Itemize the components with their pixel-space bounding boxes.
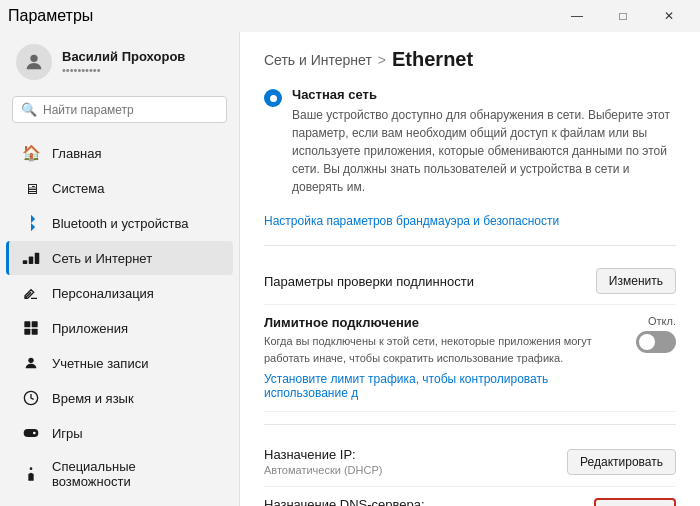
breadcrumb-separator: > bbox=[378, 52, 386, 68]
user-sub: •••••••••• bbox=[62, 64, 185, 76]
sidebar-item-label: Сеть и Интернет bbox=[52, 251, 152, 266]
svg-rect-2 bbox=[29, 257, 34, 265]
sidebar-item-system[interactable]: 🖥 Система bbox=[6, 171, 233, 205]
maximize-button[interactable]: □ bbox=[600, 0, 646, 32]
sidebar-item-network[interactable]: Сеть и Интернет bbox=[6, 241, 233, 275]
sidebar-item-label: Специальные возможности bbox=[52, 459, 217, 489]
sidebar-item-label: Система bbox=[52, 181, 104, 196]
limited-connection-content: Лимитное подключение Когда вы подключены… bbox=[264, 315, 636, 401]
firewall-link[interactable]: Настройка параметров брандмауэра и безоп… bbox=[264, 214, 559, 228]
app-body: Василий Прохоров •••••••••• 🔍 🏠 Главная … bbox=[0, 32, 700, 506]
sidebar-item-label: Приложения bbox=[52, 321, 128, 336]
radio-inner bbox=[270, 95, 277, 102]
main-content: Сеть и Интернет > Ethernet Частная сеть … bbox=[240, 32, 700, 506]
breadcrumb-parent: Сеть и Интернет bbox=[264, 52, 372, 68]
system-icon: 🖥 bbox=[22, 179, 40, 197]
sidebar-item-games[interactable]: Игры bbox=[6, 416, 233, 450]
private-network-radio[interactable] bbox=[264, 89, 282, 107]
svg-rect-6 bbox=[24, 329, 30, 335]
svg-rect-5 bbox=[32, 321, 38, 327]
breadcrumb-current: Ethernet bbox=[392, 48, 473, 71]
svg-rect-7 bbox=[32, 329, 38, 335]
title-bar-title: Параметры bbox=[8, 7, 93, 25]
private-network-content: Частная сеть Ваше устройство доступно дл… bbox=[292, 87, 676, 196]
auth-label: Параметры проверки подлинности bbox=[264, 274, 474, 289]
toggle-right: Откл. bbox=[636, 315, 676, 353]
dns-change-button[interactable]: Изменить bbox=[594, 498, 676, 507]
auth-setting-label: Параметры проверки подлинности bbox=[264, 274, 474, 289]
personalization-icon bbox=[22, 284, 40, 302]
svg-rect-4 bbox=[24, 321, 30, 327]
sidebar-item-home[interactable]: 🏠 Главная bbox=[6, 136, 233, 170]
limited-connection-description: Когда вы подключены к этой сети, некотор… bbox=[264, 333, 616, 366]
search-input[interactable] bbox=[43, 103, 218, 117]
auth-change-button[interactable]: Изменить bbox=[596, 268, 676, 294]
limited-connection-title: Лимитное подключение bbox=[264, 315, 616, 330]
minimize-button[interactable]: — bbox=[554, 0, 600, 32]
sidebar: Василий Прохоров •••••••••• 🔍 🏠 Главная … bbox=[0, 32, 240, 506]
ip-label: Назначение IP: bbox=[264, 447, 382, 462]
bluetooth-icon bbox=[22, 214, 40, 232]
sidebar-item-time[interactable]: Время и язык bbox=[6, 381, 233, 415]
sidebar-item-apps[interactable]: Приложения bbox=[6, 311, 233, 345]
dns-label: Назначение DNS-сервера: bbox=[264, 497, 425, 506]
avatar bbox=[16, 44, 52, 80]
ip-setting-row: Назначение IP: Автоматически (DHCP) Реда… bbox=[264, 437, 676, 487]
title-bar: Параметры — □ ✕ bbox=[0, 0, 700, 32]
ip-label-block: Назначение IP: Автоматически (DHCP) bbox=[264, 447, 382, 476]
close-button[interactable]: ✕ bbox=[646, 0, 692, 32]
apps-icon bbox=[22, 319, 40, 337]
divider-1 bbox=[264, 245, 676, 246]
dns-label-block: Назначение DNS-сервера: Автоматически (D… bbox=[264, 497, 425, 506]
sidebar-item-label: Персонализация bbox=[52, 286, 154, 301]
search-icon: 🔍 bbox=[21, 102, 37, 117]
sidebar-item-label: Учетные записи bbox=[52, 356, 148, 371]
nav-list: 🏠 Главная 🖥 Система Bluetooth и устройст… bbox=[0, 131, 239, 506]
private-network-row: Частная сеть Ваше устройство доступно дл… bbox=[264, 87, 676, 196]
svg-rect-10 bbox=[24, 429, 39, 437]
title-bar-controls: — □ ✕ bbox=[554, 0, 692, 32]
title-bar-left: Параметры bbox=[8, 7, 93, 25]
limited-connection-toggle[interactable] bbox=[636, 331, 676, 353]
private-network-title: Частная сеть bbox=[292, 87, 676, 102]
svg-rect-3 bbox=[35, 253, 40, 264]
svg-point-0 bbox=[30, 55, 37, 62]
accounts-icon bbox=[22, 354, 40, 372]
sidebar-item-label: Главная bbox=[52, 146, 101, 161]
toggle-knob bbox=[639, 334, 655, 350]
sidebar-item-accessibility[interactable]: Специальные возможности bbox=[6, 451, 233, 497]
private-network-description: Ваше устройство доступно для обнаружения… bbox=[292, 106, 676, 196]
private-network-section: Частная сеть Ваше устройство доступно дл… bbox=[264, 87, 676, 229]
sidebar-item-label: Игры bbox=[52, 426, 83, 441]
dns-setting-row: Назначение DNS-сервера: Автоматически (D… bbox=[264, 487, 676, 506]
sidebar-item-accounts[interactable]: Учетные записи bbox=[6, 346, 233, 380]
ip-sublabel: Автоматически (DHCP) bbox=[264, 464, 382, 476]
sidebar-item-bluetooth[interactable]: Bluetooth и устройства bbox=[6, 206, 233, 240]
home-icon: 🏠 bbox=[22, 144, 40, 162]
sidebar-item-personalization[interactable]: Персонализация bbox=[6, 276, 233, 310]
network-icon bbox=[22, 249, 40, 267]
divider-2 bbox=[264, 424, 676, 425]
ip-edit-button[interactable]: Редактировать bbox=[567, 449, 676, 475]
breadcrumb: Сеть и Интернет > Ethernet bbox=[264, 48, 676, 71]
toggle-label: Откл. bbox=[648, 315, 676, 327]
traffic-limit-link[interactable]: Установите лимит трафика, чтобы контроли… bbox=[264, 372, 616, 400]
svg-point-8 bbox=[28, 358, 33, 363]
sidebar-item-label: Bluetooth и устройства bbox=[52, 216, 188, 231]
user-section[interactable]: Василий Прохоров •••••••••• bbox=[0, 32, 239, 92]
search-box[interactable]: 🔍 bbox=[12, 96, 227, 123]
svg-point-13 bbox=[30, 467, 33, 470]
user-info: Василий Прохоров •••••••••• bbox=[62, 49, 185, 76]
user-name: Василий Прохоров bbox=[62, 49, 185, 64]
limited-connection-row: Лимитное подключение Когда вы подключены… bbox=[264, 305, 676, 412]
accessibility-icon bbox=[22, 465, 40, 483]
games-icon bbox=[22, 424, 40, 442]
auth-setting-row: Параметры проверки подлинности Изменить bbox=[264, 258, 676, 305]
svg-point-12 bbox=[33, 432, 36, 435]
time-icon bbox=[22, 389, 40, 407]
svg-rect-1 bbox=[23, 260, 28, 264]
sidebar-item-privacy[interactable]: Конфиденциальность и защита bbox=[6, 498, 233, 506]
sidebar-item-label: Время и язык bbox=[52, 391, 134, 406]
